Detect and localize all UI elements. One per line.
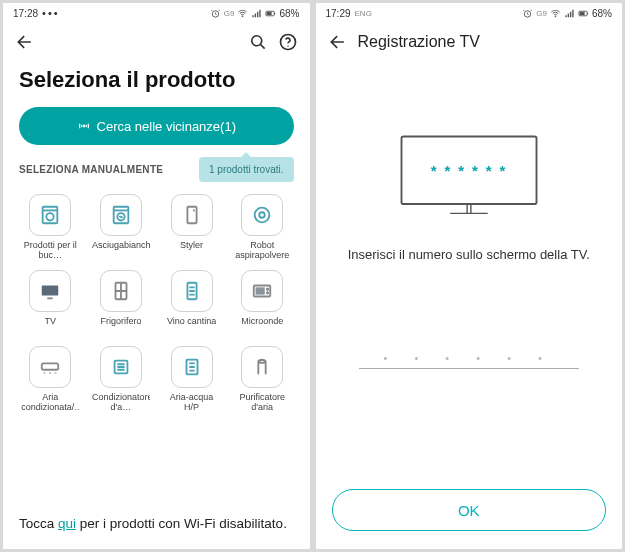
alarm-icon (210, 8, 221, 19)
svg-point-1 (243, 15, 244, 16)
svg-point-6 (287, 46, 288, 47)
footer-help: Tocca qui per i prodotti con Wi-Fi disab… (3, 498, 310, 549)
product-fridge[interactable]: Frigorifero (90, 270, 153, 338)
wifi-icon (550, 8, 561, 19)
svg-point-21 (267, 292, 268, 293)
svg-rect-22 (42, 363, 59, 369)
search-icon (248, 32, 268, 52)
tv-prompt: Inserisci il numero sullo schermo della … (328, 247, 610, 262)
svg-rect-15 (42, 286, 59, 296)
carrier-badge: G9 (536, 9, 547, 18)
svg-point-14 (259, 212, 265, 218)
svg-point-4 (251, 36, 261, 46)
svg-point-27 (555, 15, 556, 16)
svg-point-9 (47, 213, 54, 220)
ok-button[interactable]: OK (332, 489, 607, 531)
signal-icon (251, 8, 262, 19)
appbar (3, 23, 310, 61)
svg-text:* * * * * *: * * * * * * (431, 162, 508, 179)
broadcast-icon (77, 119, 91, 133)
ac-unit-icon (110, 356, 132, 378)
purifier-icon (251, 356, 273, 378)
arrow-left-icon (328, 32, 348, 52)
scan-label: Cerca nelle vicinanze(1) (97, 119, 236, 134)
signal-icon (564, 8, 575, 19)
help-circle-icon (278, 32, 298, 52)
svg-rect-19 (256, 287, 265, 294)
tv-icon (39, 280, 61, 302)
status-dots: ••• (42, 7, 60, 19)
status-time: 17:29 (326, 8, 351, 19)
product-robot-vacuum[interactable]: Robot aspirapolvere (231, 194, 294, 262)
product-air-conditioner-2[interactable]: Condizionatore d'a… (90, 346, 153, 414)
product-tv[interactable]: TV (19, 270, 82, 338)
status-bar: 17:29 ENG G9 68% (316, 3, 623, 23)
tv-area: * * * * * * Inserisci il numero sullo sc… (316, 61, 623, 489)
styler-icon (181, 204, 203, 226)
product-air-purifier[interactable]: Purificatore d'aria (231, 346, 294, 414)
wine-icon (181, 280, 203, 302)
found-bubble: 1 prodotti trovati. (199, 157, 293, 182)
status-time: 17:28 (13, 8, 38, 19)
wifi-icon (237, 8, 248, 19)
fridge-icon (110, 280, 132, 302)
search-button[interactable] (248, 32, 268, 52)
heatpump-icon (181, 356, 203, 378)
code-input[interactable]: • • • • • • (359, 352, 579, 369)
carrier-badge: G9 (224, 9, 235, 18)
screen-select-product: 17:28 ••• G9 68% Selez (3, 3, 310, 549)
battery-pct: 68% (279, 8, 299, 19)
page-title: Seleziona il prodotto (3, 61, 310, 107)
alarm-icon (522, 8, 533, 19)
svg-rect-3 (267, 11, 272, 14)
svg-rect-12 (187, 207, 196, 224)
svg-point-7 (83, 125, 85, 127)
product-washer[interactable]: Prodotti per il buc… (19, 194, 82, 262)
help-link[interactable]: qui (58, 516, 76, 531)
washer-icon (39, 204, 61, 226)
ac-icon (39, 356, 61, 378)
dryer-icon (110, 204, 132, 226)
back-button[interactable] (15, 32, 35, 52)
svg-rect-29 (580, 11, 585, 14)
arrow-left-icon (15, 32, 35, 52)
tv-illustration: * * * * * * (394, 129, 544, 223)
product-dryer[interactable]: Asciugabiancheria (90, 194, 153, 262)
product-microwave[interactable]: Microonde (231, 270, 294, 338)
svg-point-13 (255, 208, 270, 223)
appbar: Registrazione TV (316, 23, 623, 61)
product-grid: Prodotti per il buc… Asciugabiancheria S… (3, 186, 310, 422)
product-styler[interactable]: Styler (160, 194, 223, 262)
robot-vacuum-icon (251, 204, 273, 226)
help-button[interactable] (278, 32, 298, 52)
status-bar: 17:28 ••• G9 68% (3, 3, 310, 23)
appbar-title: Registrazione TV (358, 33, 480, 51)
svg-point-20 (267, 288, 268, 289)
product-wine-cellar[interactable]: Vino cantina (160, 270, 223, 338)
section-label: SELEZIONA MANUALMENTE (19, 164, 163, 175)
screen-tv-registration: 17:29 ENG G9 68% Registrazione TV * (316, 3, 623, 549)
microwave-icon (251, 280, 273, 302)
scan-nearby-button[interactable]: Cerca nelle vicinanze(1) (19, 107, 294, 145)
product-air-water-hp[interactable]: Aria-acqua H/P (160, 346, 223, 414)
status-lang: ENG (355, 9, 372, 18)
battery-icon (265, 8, 276, 19)
back-button[interactable] (328, 32, 348, 52)
battery-icon (578, 8, 589, 19)
battery-pct: 68% (592, 8, 612, 19)
product-air-conditioner[interactable]: Aria condizionata/… (19, 346, 82, 414)
